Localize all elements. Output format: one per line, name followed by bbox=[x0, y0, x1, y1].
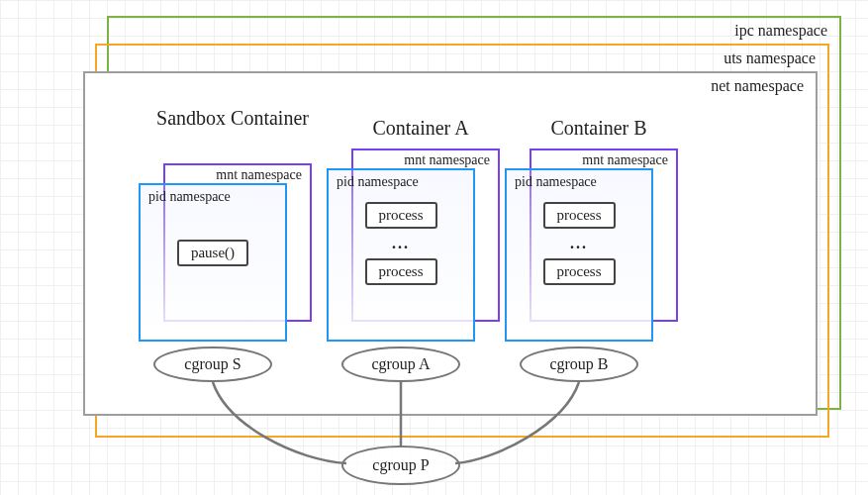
cgroup-b-ellipse: cgroup B bbox=[520, 346, 638, 382]
container-a-mnt-label: mnt namespace bbox=[404, 152, 490, 168]
sandbox-mnt-label: mnt namespace bbox=[216, 167, 302, 183]
cgroup-s-label: cgroup S bbox=[184, 355, 241, 373]
ipc-namespace-label: ipc namespace bbox=[734, 22, 827, 40]
container-a-process-bottom: process bbox=[365, 258, 437, 285]
pause-process: pause() bbox=[177, 240, 248, 266]
sandbox-pid-label: pid namespace bbox=[148, 189, 231, 205]
sandbox-pid-box: pid namespace pause() bbox=[139, 183, 287, 342]
container-a-dots: ... bbox=[392, 235, 410, 252]
container-b-process-bottom: process bbox=[543, 258, 616, 285]
container-b-process-top: process bbox=[543, 202, 616, 229]
container-a-title: Container A bbox=[337, 117, 505, 140]
cgroup-b-label: cgroup B bbox=[549, 355, 608, 373]
cgroup-s-ellipse: cgroup S bbox=[153, 346, 272, 382]
cgroup-p-label: cgroup P bbox=[372, 456, 429, 474]
cgroup-a-ellipse: cgroup A bbox=[341, 346, 460, 382]
container-a-pid-label: pid namespace bbox=[337, 174, 419, 190]
cgroup-a-label: cgroup A bbox=[371, 355, 430, 373]
container-a-process-top: process bbox=[365, 202, 437, 229]
container-b-title: Container B bbox=[515, 117, 683, 140]
uts-namespace-label: uts namespace bbox=[723, 50, 816, 67]
container-b-pid-box: pid namespace process ... process bbox=[505, 168, 653, 342]
container-b-mnt-label: mnt namespace bbox=[582, 152, 668, 168]
sandbox-title: Sandbox Container bbox=[148, 107, 317, 130]
net-namespace-label: net namespace bbox=[711, 77, 804, 95]
container-a-pid-box: pid namespace process ... process bbox=[327, 168, 475, 342]
container-b-dots: ... bbox=[570, 235, 588, 252]
container-b-pid-label: pid namespace bbox=[515, 174, 597, 190]
cgroup-p-ellipse: cgroup P bbox=[341, 446, 460, 485]
